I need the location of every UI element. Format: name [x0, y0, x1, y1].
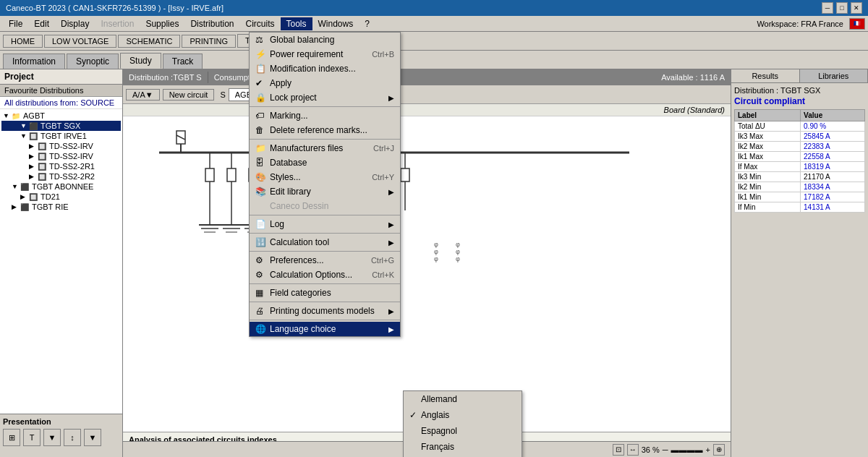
row-value: 0.90 %: [801, 121, 865, 132]
tab-track[interactable]: Track: [163, 54, 203, 69]
col-label: Label: [735, 110, 801, 121]
table-row: If Max 18319 A: [735, 162, 865, 172]
tab-libraries[interactable]: Libraries: [800, 69, 869, 82]
menu-tools[interactable]: Tools: [281, 17, 312, 30]
menu-delete-ref-marks[interactable]: 🗑 Delete reference marks...: [250, 123, 400, 137]
log-icon: 📄: [255, 219, 270, 229]
toolbar-low-voltage[interactable]: LOW VOLTAGE: [44, 35, 116, 48]
menu-manufacturers-files[interactable]: 📁 Manufacturers files Ctrl+J: [250, 141, 400, 155]
minimize-button[interactable]: ─: [822, 2, 833, 14]
menu-power-requirement[interactable]: ⚡ Power requirement Ctrl+B: [250, 47, 400, 61]
table-row: Ik3 Max 25845 A: [735, 132, 865, 142]
row-label: Ik3 Min: [735, 172, 801, 182]
dist-icon-td3: 🔲: [38, 163, 48, 171]
menu-edit[interactable]: Edit: [28, 17, 55, 30]
aa-dropdown-button[interactable]: A/A▼: [126, 89, 160, 101]
pres-down-button[interactable]: ▼: [84, 429, 101, 446]
dist-icon-tgbt-sgx: ⬛: [29, 122, 39, 130]
tree-td-ss2-4[interactable]: ▶ 🔲 TD-SS2-2R2: [1, 171, 121, 181]
menu-database[interactable]: 🗄 Database: [250, 155, 400, 170]
menu-file[interactable]: File: [3, 17, 28, 30]
menu-printing-docs[interactable]: 🖨 Printing documents models ▶: [250, 304, 400, 318]
menu-styles[interactable]: 🎨 Styles... Ctrl+Y: [250, 170, 400, 184]
menu-circuits[interactable]: Circuits: [239, 17, 280, 30]
menu-preferences[interactable]: ⚙ Preferences... Ctrl+G: [250, 253, 400, 268]
tree-td21[interactable]: ▶ 🔲 TD21: [1, 192, 121, 202]
menu-distribution[interactable]: Distribution: [184, 17, 239, 30]
dist-select-label: S: [220, 90, 225, 99]
sep3: [250, 215, 400, 215]
menu-display[interactable]: Display: [55, 17, 95, 30]
menu-calculation-tool[interactable]: 🔢 Calculation tool ▶: [250, 235, 400, 249]
menu-lock-project[interactable]: 🔒 Lock project ▶: [250, 90, 400, 105]
menu-language-choice[interactable]: 🌐 Language choice ▶: [250, 322, 400, 336]
title-bar: Caneco-BT 2023 ( CAN1-SKFR726-51399 ) - …: [0, 0, 868, 16]
right-content: Distribution : TGBT SGX Circuit complian…: [731, 83, 868, 457]
tab-results[interactable]: Results: [731, 69, 800, 82]
sep4: [250, 233, 400, 234]
new-circuit-button[interactable]: New circuit: [163, 89, 215, 101]
menu-help[interactable]: ?: [359, 17, 375, 30]
tree-td-ss2-1[interactable]: ▶ 🔲 TD-SS2-IRV: [1, 141, 121, 151]
tree-td-ss2-2[interactable]: ▶ 🔲 TD-SS2-IRV: [1, 151, 121, 161]
pres-arrow-button[interactable]: ↕: [64, 429, 81, 446]
check-anglais: ✓: [409, 410, 421, 420]
modif-icon: 📋: [255, 64, 270, 74]
arrow-tgbt-sgx: ▼: [20, 122, 29, 129]
tree-tgbt-abonnee[interactable]: ▼ ⬛ TGBT ABONNEE: [1, 181, 121, 192]
menu-marking[interactable]: 🏷 Marking...: [250, 108, 400, 123]
restore-button[interactable]: □: [836, 2, 848, 14]
tree-td-ss2-3[interactable]: ▶ 🔲 TD-SS2-2R1: [1, 161, 121, 171]
menu-modification-indexes[interactable]: 📋 Modification indexes...: [250, 61, 400, 76]
tab-synoptic[interactable]: Synoptic: [67, 54, 119, 69]
presentation-label: Presentation: [3, 417, 119, 426]
tree-label-td2: TD-SS2-IRV: [49, 152, 93, 161]
db-icon: 🗄: [255, 158, 270, 168]
lang-allemand[interactable]: Allemand: [404, 391, 522, 407]
table-row: Ik2 Max 22383 A: [735, 142, 865, 152]
project-header: Project: [0, 69, 122, 85]
tab-information[interactable]: Information: [3, 54, 65, 69]
close-button[interactable]: ✕: [851, 2, 862, 14]
tree-tgbt-rie[interactable]: ▶ ⬛ TGBT RIE: [1, 202, 121, 212]
row-value: 22383 A: [801, 142, 865, 152]
sep6: [250, 283, 400, 284]
menu-insertion[interactable]: Insertion: [95, 17, 140, 30]
menu-edit-library[interactable]: 📚 Edit library ▶: [250, 184, 400, 199]
menu-log[interactable]: 📄 Log ▶: [250, 217, 400, 231]
circuit-status: Circuit compliant: [734, 96, 865, 106]
tab-study[interactable]: Study: [120, 53, 161, 69]
row-value: 18319 A: [801, 162, 865, 172]
lang-francais[interactable]: Français: [404, 439, 522, 455]
tree-tgbt-irve1[interactable]: ▼ 🔲 TGBT IRVE1: [1, 131, 121, 141]
zoom-plus-button[interactable]: ⊕: [713, 444, 725, 456]
menu-calculation-options[interactable]: ⚙ Calculation Options... Ctrl+K: [250, 268, 400, 282]
tree-label-rie: TGBT RIE: [32, 202, 69, 211]
pres-grid-button[interactable]: ⊞: [3, 429, 20, 446]
pres-text-button[interactable]: T: [23, 429, 41, 446]
toolbar-printing[interactable]: PRINTING: [182, 35, 236, 48]
menu-windows[interactable]: Windows: [312, 17, 359, 30]
language-submenu: Allemand ✓ Anglais Espagnol Français Ita…: [403, 390, 522, 457]
arrow-td4: ▶: [29, 173, 38, 180]
tree-tgbt-sgx[interactable]: ▼ ⬛ TGBT SGX: [1, 121, 121, 131]
toolbar-home[interactable]: HOME: [3, 35, 43, 48]
fit-button[interactable]: ⊡: [613, 444, 624, 456]
tree-label-tgbt-sgx: TGBT SGX: [41, 121, 80, 130]
fit-width-button[interactable]: ↔: [627, 444, 639, 456]
lang-espagnol[interactable]: Espagnol: [404, 423, 522, 439]
main-toolbar: HOME LOW VOLTAGE SCHEMATIC PRINTING TO▶: [0, 32, 868, 51]
row-label: If Min: [735, 202, 801, 213]
menu-supplies[interactable]: Supplies: [140, 17, 184, 30]
workspace-label: Workspace: FRA France: [757, 20, 843, 28]
tree-agbt[interactable]: ▼ 📁 AGBT: [1, 111, 121, 121]
menu-global-balancing[interactable]: ⚖ Global balancing: [250, 33, 400, 47]
menu-apply[interactable]: ✔ Apply: [250, 76, 400, 90]
menu-field-categories[interactable]: ▦ Field categories: [250, 286, 400, 300]
toolbar-schematic[interactable]: SCHEMATIC: [118, 35, 180, 48]
pres-more-button[interactable]: ▼: [43, 429, 61, 446]
zoom-slider[interactable]: ▬▬▬▬: [671, 445, 703, 454]
lang-anglais[interactable]: ✓ Anglais: [404, 407, 522, 423]
arrow-td21: ▶: [20, 193, 29, 200]
row-label: Ik1 Max: [735, 152, 801, 162]
